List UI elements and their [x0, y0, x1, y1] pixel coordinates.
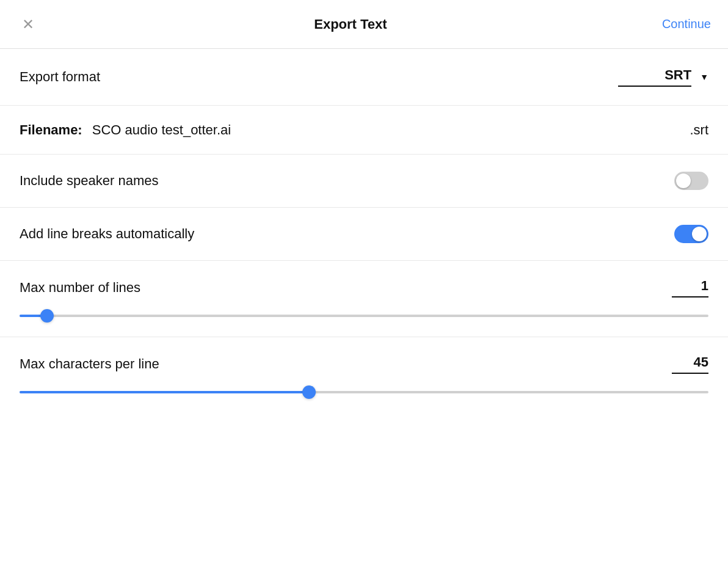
max-chars-row: Max characters per line 45 — [0, 337, 728, 413]
line-breaks-toggle[interactable] — [674, 225, 708, 243]
max-lines-slider-thumb[interactable] — [40, 309, 54, 323]
close-button[interactable]: ✕ — [17, 13, 39, 35]
max-lines-row: Max number of lines 1 — [0, 261, 728, 337]
max-chars-label: Max characters per line — [20, 356, 159, 372]
filename-extension: .srt — [690, 122, 708, 138]
continue-button[interactable]: Continue — [662, 13, 711, 35]
close-icon: ✕ — [22, 16, 34, 33]
export-format-row: Export format SRT ▼ — [0, 49, 728, 106]
max-lines-label: Max number of lines — [20, 280, 140, 296]
line-breaks-label: Add line breaks automatically — [20, 226, 194, 242]
format-value: SRT — [618, 67, 691, 87]
max-chars-slider-track[interactable] — [20, 391, 708, 393]
max-lines-value: 1 — [672, 278, 708, 297]
filename-value: SCO audio test_otter.ai — [92, 122, 231, 138]
include-speaker-label: Include speaker names — [20, 173, 158, 189]
max-chars-slider-container — [20, 386, 708, 398]
max-chars-top: Max characters per line 45 — [20, 354, 708, 374]
include-speaker-toggle[interactable] — [674, 172, 708, 190]
toggle-thumb — [676, 173, 691, 188]
max-lines-slider-container — [20, 310, 708, 322]
filename-left: Filename: SCO audio test_otter.ai — [20, 122, 231, 138]
max-lines-top: Max number of lines 1 — [20, 278, 708, 297]
export-format-label: Export format — [20, 69, 100, 85]
line-breaks-row: Add line breaks automatically — [0, 208, 728, 261]
max-chars-value: 45 — [672, 354, 708, 374]
include-speaker-row: Include speaker names — [0, 155, 728, 208]
dialog-title: Export Text — [314, 16, 387, 32]
filename-row: Filename: SCO audio test_otter.ai .srt — [0, 106, 728, 155]
toggle-thumb — [692, 227, 707, 241]
filename-label: Filename: — [20, 122, 82, 138]
dialog-content: Export format SRT ▼ Filename: SCO audio … — [0, 49, 728, 562]
max-chars-slider-thumb[interactable] — [302, 385, 316, 399]
dialog-header: ✕ Export Text Continue — [0, 0, 728, 49]
chevron-down-icon: ▼ — [700, 72, 708, 82]
format-select[interactable]: SRT ▼ — [611, 67, 708, 87]
export-text-dialog: ✕ Export Text Continue Export format SRT… — [0, 0, 728, 562]
max-chars-slider-fill — [20, 391, 309, 393]
max-lines-slider-track[interactable] — [20, 315, 708, 317]
